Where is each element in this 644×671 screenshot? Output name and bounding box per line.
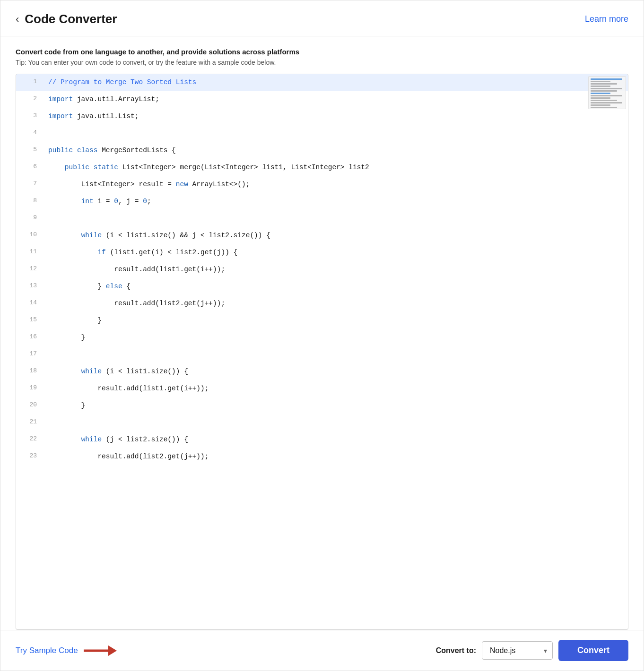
code-line: 3import java.util.List; (16, 108, 628, 125)
code-line: 12 result.add(list1.get(i++)); (16, 261, 628, 278)
app-container: ‹ Code Converter Learn more Convert code… (0, 0, 644, 671)
code-line: 17 (16, 346, 628, 363)
convert-button[interactable]: Convert (558, 640, 628, 661)
page-title: Code Converter (25, 12, 117, 26)
code-line: 10 while (i < list1.size() && j < list2.… (16, 227, 628, 244)
line-number: 4 (16, 125, 44, 141)
line-number: 19 (16, 380, 44, 396)
code-line: 20 } (16, 397, 628, 414)
line-number: 6 (16, 159, 44, 175)
code-line: 15 } (16, 312, 628, 329)
try-sample: Try Sample Code (16, 645, 117, 656)
code-editor[interactable]: 1// Program to Merge Two Sorted Lists2im… (16, 74, 628, 630)
line-content: List<Integer> result = new ArrayList<>()… (44, 176, 628, 193)
convert-to-label: Convert to: (436, 646, 476, 655)
code-line: 22 while (j < list2.size()) { (16, 431, 628, 448)
line-number: 2 (16, 91, 44, 107)
learn-more-link[interactable]: Learn more (585, 14, 628, 24)
line-content (44, 210, 628, 227)
line-content: } (44, 397, 628, 414)
line-number: 18 (16, 363, 44, 379)
line-number: 9 (16, 210, 44, 226)
line-content (44, 346, 628, 363)
code-line: 2import java.util.ArrayList; (16, 91, 628, 108)
line-content: while (j < list2.size()) { (44, 431, 628, 448)
line-number: 11 (16, 244, 44, 260)
line-content: if (list1.get(i) < list2.get(j)) { (44, 244, 628, 261)
description-tip: Tip: You can enter your own code to conv… (16, 59, 628, 66)
line-number: 23 (16, 448, 44, 464)
line-content: // Program to Merge Two Sorted Lists (44, 74, 628, 91)
code-line: 7 List<Integer> result = new ArrayList<>… (16, 176, 628, 193)
line-number: 13 (16, 278, 44, 294)
line-number: 22 (16, 431, 44, 447)
line-content: result.add(list2.get(j++)); (44, 448, 628, 465)
code-line: 14 result.add(list2.get(j++)); (16, 295, 628, 312)
line-content: } (44, 312, 628, 329)
line-number: 15 (16, 312, 44, 328)
thumbnail-overlay (588, 76, 626, 109)
line-number: 7 (16, 176, 44, 192)
line-content: while (i < list1.size() && j < list2.siz… (44, 227, 628, 244)
code-line: 16 } (16, 329, 628, 346)
arrow-right-icon (84, 645, 117, 656)
header-left: ‹ Code Converter (16, 12, 117, 26)
line-content: result.add(list1.get(i++)); (44, 380, 628, 397)
convert-to-section: Convert to: Node.jsPythonTypeScriptGoRus… (436, 640, 628, 661)
try-sample-link[interactable]: Try Sample Code (16, 646, 78, 655)
language-select-wrapper: Node.jsPythonTypeScriptGoRustC#C++ ▾ (482, 641, 553, 660)
code-line: 6 public static List<Integer> merge(List… (16, 159, 628, 176)
line-number: 17 (16, 346, 44, 362)
back-icon[interactable]: ‹ (16, 14, 19, 25)
line-number: 16 (16, 329, 44, 345)
line-content: import java.util.List; (44, 108, 628, 125)
code-content: 1// Program to Merge Two Sorted Lists2im… (16, 74, 628, 465)
line-content: while (i < list1.size()) { (44, 363, 628, 380)
description-section: Convert code from one language to anothe… (0, 36, 644, 74)
line-content: int i = 0, j = 0; (44, 193, 628, 210)
line-content: result.add(list1.get(i++)); (44, 261, 628, 278)
line-content: public class MergeSortedLists { (44, 142, 628, 159)
code-line: 8 int i = 0, j = 0; (16, 193, 628, 210)
code-line: 5public class MergeSortedLists { (16, 142, 628, 159)
line-content: } (44, 329, 628, 346)
code-line: 9 (16, 210, 628, 227)
line-number: 14 (16, 295, 44, 311)
line-number: 10 (16, 227, 44, 243)
code-line: 13 } else { (16, 278, 628, 295)
line-content: result.add(list2.get(j++)); (44, 295, 628, 312)
line-number: 8 (16, 193, 44, 209)
line-number: 21 (16, 414, 44, 430)
line-number: 12 (16, 261, 44, 277)
line-content: } else { (44, 278, 628, 295)
line-number: 1 (16, 74, 44, 90)
code-line: 23 result.add(list2.get(j++)); (16, 448, 628, 465)
line-number: 5 (16, 142, 44, 158)
line-number: 3 (16, 108, 44, 124)
code-line: 19 result.add(list1.get(i++)); (16, 380, 628, 397)
line-content (44, 414, 628, 431)
description-bold: Convert code from one language to anothe… (16, 48, 628, 56)
line-content (44, 125, 628, 142)
line-content: public static List<Integer> merge(List<I… (44, 159, 628, 176)
language-select[interactable]: Node.jsPythonTypeScriptGoRustC#C++ (482, 641, 553, 660)
footer-bar: Try Sample Code Convert to: Node.jsPytho… (0, 630, 644, 671)
header: ‹ Code Converter Learn more (0, 0, 644, 36)
line-content: import java.util.ArrayList; (44, 91, 628, 108)
code-line: 1// Program to Merge Two Sorted Lists (16, 74, 628, 91)
code-line: 4 (16, 125, 628, 142)
code-line: 11 if (list1.get(i) < list2.get(j)) { (16, 244, 628, 261)
code-line: 21 (16, 414, 628, 431)
code-line: 18 while (i < list1.size()) { (16, 363, 628, 380)
line-number: 20 (16, 397, 44, 413)
